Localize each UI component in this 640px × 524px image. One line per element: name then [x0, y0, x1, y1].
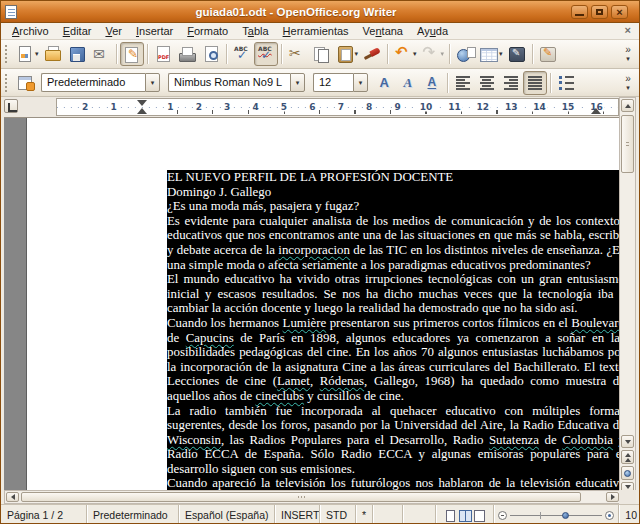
bold-button[interactable] [372, 71, 396, 95]
text-segment[interactable]: ¿Es una moda más, pasajera y fugaz? [167, 199, 359, 213]
font-size-input[interactable]: 12 [313, 73, 353, 92]
font-size-dropdown-button[interactable]: ▾ [353, 73, 368, 92]
paragraph-style-combo[interactable]: Predeterminado ▾ [41, 73, 160, 92]
misspelled-word[interactable]: Ródenas [320, 374, 364, 388]
find-replace-button[interactable] [536, 42, 560, 66]
text-segment[interactable]: Cuando apareció la televisión los futuró… [167, 476, 621, 490]
toolbar-handle[interactable] [5, 74, 8, 92]
paragraph[interactable]: La radio también fue incorporada al queh… [167, 404, 621, 477]
edit-file-button[interactable] [120, 42, 144, 66]
titlebar[interactable]: guiada01.odt - OpenOffice.org Writer × [1, 1, 639, 23]
scroll-up-button[interactable] [621, 99, 634, 112]
misspelled-word[interactable]: Colombia [562, 433, 613, 447]
undo-dropdown-arrow[interactable]: ▾ [413, 50, 417, 58]
table-dropdown-arrow[interactable]: ▾ [499, 50, 503, 58]
menu-insertar[interactable]: Insertar [129, 24, 180, 38]
document-page[interactable]: EL NUEVO PERFIL DE LA PROFESIÓN DOCENTED… [26, 118, 621, 490]
align-left-button[interactable] [451, 71, 475, 95]
menu-ver[interactable]: Ver [98, 24, 129, 38]
menu-ayuda[interactable]: Ayuda [410, 24, 455, 38]
hyperlink-button[interactable] [453, 42, 477, 66]
horizontal-scrollbar-track[interactable] [20, 491, 605, 503]
page-number-cell[interactable]: Página 1 / 2 [1, 505, 87, 524]
toolbar-handle[interactable] [5, 45, 8, 63]
scroll-left-button[interactable] [6, 492, 19, 502]
open-button[interactable] [41, 42, 65, 66]
email-button[interactable] [89, 42, 113, 66]
text-segment[interactable]: Cuando los hermanos [167, 316, 283, 330]
font-name-dropdown-button[interactable]: ▾ [290, 73, 305, 92]
zoom-slider-track[interactable] [510, 511, 602, 520]
draw-functions-button[interactable] [505, 42, 529, 66]
paragraph[interactable]: ¿Es una moda más, pasajera y fugaz? [167, 199, 621, 214]
close-button[interactable]: × [611, 5, 628, 19]
font-name-input[interactable]: Nimbus Roman No9 L [168, 73, 290, 92]
scroll-down-button[interactable] [621, 435, 634, 448]
paragraph[interactable]: Cuando los hermanos Lumière presentaron … [167, 316, 621, 404]
paragraph[interactable]: El mundo educativo ha vivido otras irrup… [167, 272, 621, 316]
previous-page-button[interactable] [621, 450, 634, 464]
new-document-button[interactable]: ▾ [13, 42, 41, 66]
vertical-scrollbar-track[interactable] [620, 113, 635, 434]
misspelled-word[interactable]: cineclubs [255, 389, 304, 403]
misspelled-word[interactable]: incorporacion [278, 243, 350, 257]
menu-ventana[interactable]: Ventana [356, 24, 410, 38]
menu-archivo[interactable]: Archivo [5, 24, 56, 38]
text-segment[interactable]: EL NUEVO PERFIL DE LA PROFESIÓN DOCENTE [167, 170, 453, 184]
format-paintbrush-button[interactable] [360, 42, 384, 66]
align-right-button[interactable] [499, 71, 523, 95]
cut-button[interactable] [285, 42, 309, 66]
paragraph-style-dropdown-button[interactable]: ▾ [145, 73, 160, 92]
toolbar-overflow-button[interactable]: » ▾ [620, 42, 636, 66]
selected-text-block[interactable]: EL NUEVO PERFIL DE LA PROFESIÓN DOCENTED… [167, 170, 621, 490]
zoom-out-button[interactable] [498, 511, 507, 520]
minimize-button[interactable] [571, 5, 588, 19]
vertical-scrollbar[interactable] [619, 97, 636, 498]
horizontal-ruler[interactable]: 21123456789101112131415161 [56, 98, 619, 116]
misspelled-word[interactable]: Sutatenza [489, 433, 539, 447]
multi-page-view-button[interactable] [459, 509, 470, 521]
modified-flag-cell[interactable]: * [356, 505, 373, 524]
text-segment[interactable]: presentaron sus primeros cortos fílmicos… [326, 316, 571, 330]
copy-button[interactable] [309, 42, 333, 66]
print-button[interactable] [175, 42, 199, 66]
font-size-combo[interactable]: 12 ▾ [313, 73, 368, 92]
numbering-button[interactable] [554, 71, 578, 95]
text-segment[interactable]: de [539, 433, 562, 447]
spellcheck-button[interactable] [230, 42, 254, 66]
menu-editar[interactable]: Editar [56, 24, 99, 38]
page-preview-button[interactable] [199, 42, 223, 66]
menu-formato[interactable]: Formato [180, 24, 235, 38]
paragraph[interactable]: Domingo J. Gallego [167, 185, 621, 200]
misspelled-word[interactable]: Lumière [283, 316, 327, 330]
toolbar-overflow-button[interactable]: » ▾ [620, 71, 636, 94]
text-segment[interactable]: y cursillos de cine. [304, 389, 404, 403]
misspelled-word[interactable]: Boulevard [571, 316, 621, 330]
single-page-view-button[interactable] [444, 509, 455, 521]
paste-button[interactable]: ▾ [333, 42, 361, 66]
misspelled-word[interactable]: Lamet [277, 374, 310, 388]
right-indent-marker[interactable] [591, 108, 601, 114]
zoom-percent-cell[interactable]: 10 [619, 505, 639, 524]
align-center-button[interactable] [475, 71, 499, 95]
language-cell[interactable]: Español (España) [179, 505, 275, 524]
page-style-cell[interactable]: Predeterminado [87, 505, 179, 524]
scroll-right-button[interactable] [606, 492, 619, 502]
undo-button[interactable]: ▾ [391, 42, 419, 66]
save-button[interactable] [65, 42, 89, 66]
insert-mode-cell[interactable]: INSERT [275, 505, 320, 524]
text-segment[interactable]: de [167, 331, 186, 345]
align-justify-button[interactable] [523, 71, 547, 95]
paragraph-style-input[interactable]: Predeterminado [41, 73, 145, 92]
styles-button[interactable] [13, 71, 37, 95]
text-segment[interactable]: La radio también fue incorporada al queh… [167, 404, 621, 433]
paragraph[interactable]: Es evidente para cualquier analista de l… [167, 214, 621, 272]
text-segment[interactable]: , [310, 374, 320, 388]
table-button[interactable]: ▾ [477, 42, 505, 66]
horizontal-scrollbar-thumb[interactable] [21, 492, 581, 502]
zoom-slider-thumb[interactable] [562, 512, 569, 519]
maximize-button[interactable] [591, 5, 608, 19]
font-name-combo[interactable]: Nimbus Roman No9 L ▾ [168, 73, 305, 92]
close-document-button[interactable]: × [625, 24, 631, 36]
menu-tabla[interactable]: Tabla [235, 24, 275, 38]
